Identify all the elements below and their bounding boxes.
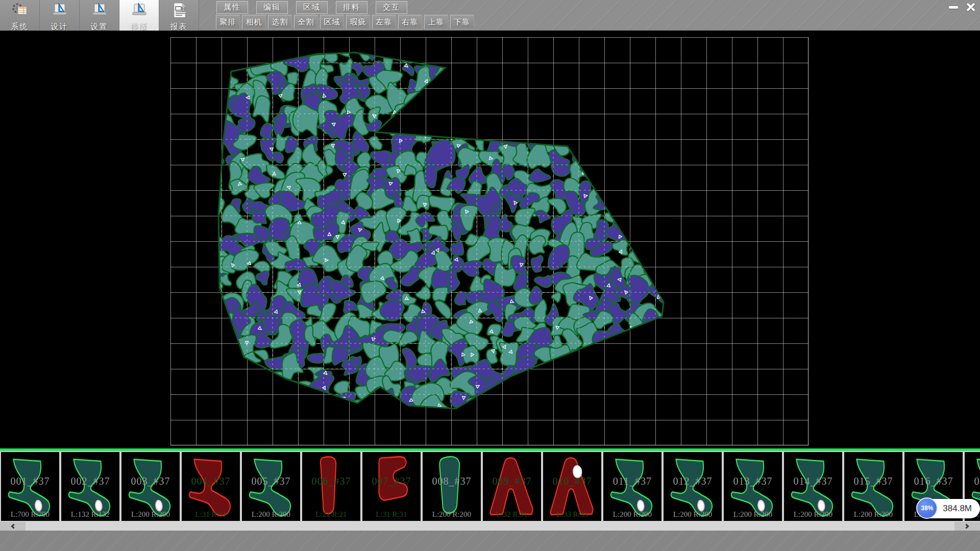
memory-status: 38% 384.8M	[917, 499, 980, 518]
layout-icon	[131, 2, 148, 21]
piece-id: 014_#37	[784, 475, 842, 487]
piece-id: 006_#37	[302, 475, 360, 487]
piece-id: 013_#37	[724, 475, 782, 487]
tab-3[interactable]: 设置	[80, 0, 119, 31]
piece-lr-count: L:200 R:200	[724, 510, 782, 519]
piece-lr-count: L:32 R:31	[483, 510, 541, 519]
piece-id: 003_#37	[121, 475, 180, 487]
piece-thumbnail-12[interactable]: 012_#37L:200 R:200	[663, 451, 723, 522]
piece-thumbnail-6[interactable]: 006_#37L:21 R:21	[301, 451, 361, 522]
toolbar: 系统设计设置排版报表 属性编辑区域排料交互 聚排相机选割全割区域瑕疵左靠右靠上靠…	[0, 0, 980, 31]
tab-1[interactable]: 系统	[0, 0, 40, 31]
piece-id: 008_#37	[423, 475, 481, 487]
memory-label: 384.8M	[943, 504, 972, 514]
scroll-right-button[interactable]	[954, 522, 980, 531]
scroll-track[interactable]	[26, 522, 954, 531]
tool-button-7[interactable]: 左靠	[372, 15, 396, 29]
piece-id: 010_#37	[543, 475, 601, 487]
piece-id: 012_#37	[664, 475, 722, 487]
menu-button-1[interactable]: 属性	[216, 1, 248, 14]
menu-bar: 属性编辑区域排料交互	[216, 1, 407, 14]
piece-id: 015_#37	[844, 475, 902, 487]
piece-thumbnail-1[interactable]: 001_#37L:700 R:700	[0, 451, 60, 522]
tool-button-1[interactable]: 聚排	[216, 15, 240, 29]
tool-button-10[interactable]: 下靠	[450, 15, 474, 29]
piece-lr-count: L:31 R:31	[182, 510, 240, 519]
chevron-right-icon	[964, 524, 969, 529]
piece-id: 016_#37	[904, 475, 963, 487]
design-icon	[51, 2, 68, 21]
piece-thumbnail-10[interactable]: 010_#37L:33 R:33	[542, 451, 602, 522]
system-icon	[11, 2, 29, 21]
tab-2[interactable]: 设计	[40, 0, 80, 31]
tool-button-3[interactable]: 选割	[268, 15, 292, 29]
status-bar	[0, 531, 980, 551]
tool-button-9[interactable]: 上靠	[424, 15, 448, 29]
minimize-icon	[949, 6, 958, 9]
piece-thumbnail-5[interactable]: 005_#37L:200 R:200	[241, 451, 301, 522]
settings-icon	[91, 2, 108, 21]
piece-lr-count: L:132 R:132	[61, 510, 119, 519]
tool-bar: 聚排相机选割全割区域瑕疵左靠右靠上靠下靠	[216, 15, 474, 29]
piece-lr-count: L:700 R:700	[1, 510, 59, 519]
nested-pieces[interactable]	[170, 37, 808, 445]
piece-thumbnail-4[interactable]: 004_#37L:31 R:31	[181, 451, 241, 522]
horizontal-scrollbar[interactable]	[0, 522, 980, 531]
piece-thumbnail-15[interactable]: 015_#37L:200 R:200	[843, 451, 903, 522]
menu-button-5[interactable]: 交互	[376, 1, 407, 14]
piece-thumbnail-3[interactable]: 003_#37L:200 R:200	[120, 451, 181, 522]
nested-hide-layout[interactable]	[0, 31, 980, 448]
piece-id: 017_#37	[965, 475, 980, 487]
piece-thumbnail-2[interactable]: 002_#37L:132 R:132	[60, 451, 120, 522]
piece-id: 001_#37	[1, 475, 59, 487]
tool-button-4[interactable]: 全割	[294, 15, 318, 29]
piece-lr-count: L:200 R:200	[664, 510, 722, 519]
tab-4[interactable]: 排版	[119, 0, 159, 31]
piece-id: 004_#37	[182, 475, 240, 487]
tool-button-5[interactable]: 区域	[320, 15, 344, 29]
menu-button-3[interactable]: 区域	[296, 1, 328, 14]
piece-id: 005_#37	[242, 475, 300, 487]
progress-percent: 38%	[921, 505, 933, 512]
app-window: 系统设计设置排版报表 属性编辑区域排料交互 聚排相机选割全割区域瑕疵左靠右靠上靠…	[0, 0, 980, 551]
main-tabs: 系统设计设置排版报表	[0, 0, 199, 31]
piece-thumbnail-13[interactable]: 013_#37L:200 R:200	[723, 451, 783, 522]
piece-lr-count: L:200 R:200	[423, 510, 481, 519]
piece-list: 001_#37L:700 R:700002_#37L:132 R:132003_…	[0, 451, 980, 522]
tool-button-8[interactable]: 右靠	[398, 15, 422, 29]
piece-thumbnail-9[interactable]: 009_#37L:32 R:31	[482, 451, 542, 522]
close-button[interactable]	[964, 1, 978, 13]
menu-button-4[interactable]: 排料	[336, 1, 368, 14]
piece-lr-count: L:31 R:31	[362, 510, 421, 519]
minimize-button[interactable]	[946, 1, 961, 13]
piece-thumbnail-7[interactable]: 007_#37L:31 R:31	[361, 451, 422, 522]
piece-id: 002_#37	[61, 475, 119, 487]
piece-lr-count: L:200 R:200	[121, 510, 180, 519]
piece-thumbnail-8[interactable]: 008_#37L:200 R:200	[422, 451, 482, 522]
piece-lr-count: L:33 R:33	[543, 510, 601, 519]
menu-button-2[interactable]: 编辑	[256, 1, 288, 14]
piece-id: 007_#37	[362, 475, 421, 487]
scroll-left-button[interactable]	[0, 522, 26, 531]
tool-button-2[interactable]: 相机	[242, 15, 266, 29]
piece-thumbnail-14[interactable]: 014_#37L:200 R:200	[783, 451, 843, 522]
report-icon	[170, 2, 188, 21]
nesting-canvas[interactable]	[0, 31, 980, 448]
piece-thumbnail-11[interactable]: 011_#37L:200 R:200	[602, 451, 663, 522]
chevron-left-icon	[11, 524, 16, 529]
progress-circle: 38%	[916, 497, 938, 519]
window-controls	[946, 1, 978, 14]
tab-5[interactable]: 报表	[159, 0, 199, 31]
piece-id: 011_#37	[603, 475, 662, 487]
piece-lr-count: L:21 R:21	[302, 510, 360, 519]
piece-lr-count: L:200 R:200	[844, 510, 902, 519]
piece-lr-count: L:200 R:200	[242, 510, 300, 519]
tool-button-6[interactable]: 瑕疵	[346, 15, 370, 29]
close-icon	[966, 2, 976, 12]
piece-id: 009_#37	[483, 475, 541, 487]
piece-lr-count: L:200 R:200	[784, 510, 842, 519]
piece-lr-count: L:200 R:200	[603, 510, 662, 519]
